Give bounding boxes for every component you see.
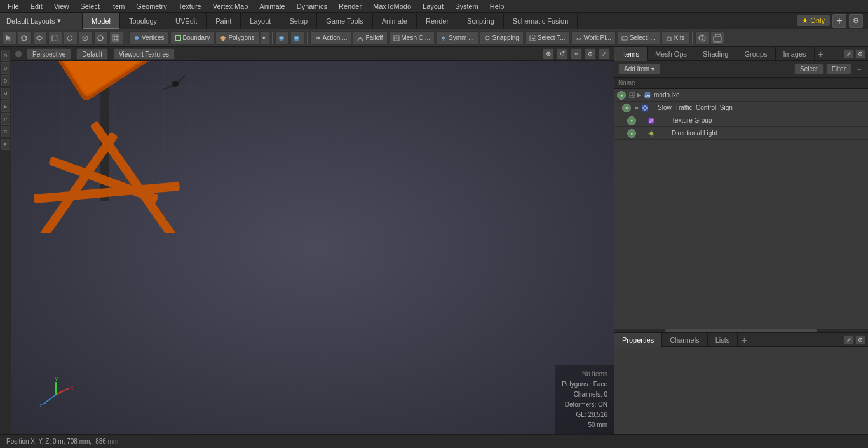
- add-tab-button[interactable]: +: [815, 47, 827, 60]
- layout-tab-uvedit[interactable]: UVEdit: [166, 13, 207, 29]
- panel-expand-icon[interactable]: ⤢: [844, 49, 854, 59]
- toolbar-boundary[interactable]: Boundary: [170, 31, 215, 45]
- toolbar-box-select[interactable]: [48, 31, 62, 45]
- tab-properties[interactable]: Properties: [614, 333, 662, 347]
- toolbar-select-tool-btn[interactable]: Select T...: [525, 31, 570, 45]
- layout-tab-render[interactable]: Render: [417, 13, 458, 29]
- menu-view[interactable]: View: [49, 0, 74, 13]
- tab-images[interactable]: Images: [776, 47, 815, 61]
- perspective-btn[interactable]: Perspective: [27, 48, 71, 60]
- layout-tab-scripting[interactable]: Scripting: [458, 13, 504, 29]
- toolbar-snapping[interactable]: Snapping: [480, 31, 524, 45]
- panel-settings-icon[interactable]: ⚙: [855, 49, 865, 59]
- toolbar-paint-select[interactable]: [109, 31, 123, 45]
- layout-tab-schematic[interactable]: Schematic Fusion: [504, 13, 578, 29]
- tab-channels[interactable]: Channels: [662, 333, 707, 347]
- items-minus-icon[interactable]: −: [854, 64, 864, 75]
- toolbar-render2[interactable]: [290, 31, 304, 45]
- toolbar-loop[interactable]: [79, 31, 93, 45]
- toolbar-3d-rotate[interactable]: [695, 31, 709, 45]
- toolbar-orbit-tool[interactable]: [18, 31, 32, 45]
- layout-tab-model[interactable]: Model: [83, 13, 120, 29]
- layout-tab-animate[interactable]: Animate: [373, 13, 417, 29]
- layout-settings-button[interactable]: ⚙: [849, 14, 863, 28]
- props-settings-icon[interactable]: ⚙: [855, 335, 865, 345]
- props-expand-icon[interactable]: ⤢: [844, 335, 854, 345]
- viewport-canvas[interactable]: SLOW WORK ZONE AHEAD No Items Polygons :…: [11, 61, 614, 434]
- tab-groups[interactable]: Groups: [736, 47, 775, 61]
- toolbar-vertices[interactable]: Vertices: [129, 31, 169, 45]
- toolbar-work-plane[interactable]: Work Pl...: [571, 31, 616, 45]
- tab-mesh-ops[interactable]: Mesh Ops: [648, 47, 695, 61]
- menu-edit[interactable]: Edit: [25, 0, 48, 13]
- sidebar-tool-1[interactable]: D: [1, 50, 10, 61]
- toolbar-3d-view[interactable]: [710, 31, 724, 45]
- expand-triangle-lxo[interactable]: ▶: [637, 92, 641, 98]
- default-btn[interactable]: Default: [76, 48, 108, 60]
- toolbar-lasso[interactable]: [64, 31, 78, 45]
- tab-items[interactable]: Items: [614, 47, 648, 61]
- eye-icon-slow-sign[interactable]: ●: [622, 104, 631, 112]
- toolbar-dropdown[interactable]: ▾: [261, 31, 269, 45]
- add-layout-button[interactable]: +: [832, 14, 846, 28]
- viewport-move-icon[interactable]: ⊕: [543, 48, 554, 60]
- sidebar-tool-7[interactable]: C: [1, 126, 10, 137]
- viewport-rotate-icon[interactable]: ↺: [557, 48, 568, 60]
- list-item-texture-group[interactable]: ● Texture Group: [614, 114, 868, 127]
- eye-icon-modo-lxo[interactable]: ●: [617, 91, 626, 100]
- select-items-button[interactable]: Select: [794, 64, 824, 74]
- eye-icon-texture[interactable]: ●: [627, 116, 636, 125]
- menu-geometry[interactable]: Geometry: [131, 0, 172, 13]
- menu-dynamics[interactable]: Dynamics: [292, 0, 332, 13]
- sidebar-tool-6[interactable]: P: [1, 113, 10, 125]
- viewport-settings-icon[interactable]: ⚙: [585, 48, 596, 60]
- toolbar-render1[interactable]: [275, 31, 289, 45]
- viewport-expand-icon[interactable]: ⤢: [599, 48, 610, 60]
- menu-help[interactable]: Help: [485, 0, 510, 13]
- layout-tab-game-tools[interactable]: Game Tools: [317, 13, 373, 29]
- add-item-button[interactable]: Add Item ▾: [618, 64, 660, 74]
- toolbar-selection[interactable]: Selecti ...: [617, 31, 660, 45]
- layouts-dropdown[interactable]: Default Layouts ▾: [0, 13, 83, 29]
- toolbar-action[interactable]: Action ...: [310, 31, 352, 45]
- sidebar-tool-5[interactable]: E: [1, 100, 10, 112]
- toolbar-kits[interactable]: Kits: [661, 31, 689, 45]
- expand-triangle-sign[interactable]: ▶: [635, 105, 639, 111]
- sidebar-tool-2[interactable]: D: [1, 62, 10, 74]
- layout-tab-paint[interactable]: Paint: [207, 13, 241, 29]
- menu-texture[interactable]: Texture: [173, 0, 207, 13]
- toolbar-circle[interactable]: [94, 31, 108, 45]
- tab-lists[interactable]: Lists: [708, 333, 738, 347]
- layout-tab-setup[interactable]: Setup: [280, 13, 317, 29]
- menu-select[interactable]: Select: [75, 0, 105, 13]
- star-only-button[interactable]: ★ Only: [797, 15, 830, 26]
- toolbar-symmetry[interactable]: Symm ...: [436, 31, 478, 45]
- filter-items-button[interactable]: Filter: [826, 64, 851, 74]
- list-item-modo-lxo[interactable]: ● ▶ LXO modo.lxo: [614, 89, 868, 102]
- sidebar-tool-8[interactable]: F: [1, 139, 10, 150]
- add-props-tab-button[interactable]: +: [738, 333, 750, 347]
- sidebar-tool-4[interactable]: M: [1, 88, 10, 99]
- menu-item[interactable]: Item: [106, 0, 130, 13]
- toolbar-crosshair-tool[interactable]: [33, 31, 47, 45]
- menu-system[interactable]: System: [450, 0, 484, 13]
- layout-tab-layout[interactable]: Layout: [241, 13, 280, 29]
- menu-layout[interactable]: Layout: [417, 0, 449, 13]
- layout-tab-topology[interactable]: Topology: [120, 13, 166, 29]
- list-item-slow-sign[interactable]: ● ▶ Slow_Traffic_Control_Sign: [614, 102, 868, 114]
- menu-vertex-map[interactable]: Vertex Map: [208, 0, 254, 13]
- toolbar-mesh-c[interactable]: Mesh C ...: [389, 31, 435, 45]
- menu-maxtomodo[interactable]: MaxToModo: [368, 0, 416, 13]
- viewport-dot[interactable]: [15, 51, 22, 57]
- menu-file[interactable]: File: [3, 0, 24, 13]
- tab-shading[interactable]: Shading: [695, 47, 736, 61]
- toolbar-falloff[interactable]: Falloff: [353, 31, 387, 45]
- menu-render[interactable]: Render: [334, 0, 367, 13]
- toolbar-polygons[interactable]: Polygons: [215, 31, 259, 45]
- sidebar-tool-3[interactable]: D: [1, 75, 10, 86]
- texture-btn[interactable]: Viewport Textures: [113, 48, 175, 60]
- menu-animate[interactable]: Animate: [254, 0, 290, 13]
- viewport-zoom-icon[interactable]: ⌖: [571, 48, 582, 60]
- list-item-dir-light[interactable]: ● Directional Light: [614, 127, 868, 140]
- eye-icon-light[interactable]: ●: [627, 129, 636, 138]
